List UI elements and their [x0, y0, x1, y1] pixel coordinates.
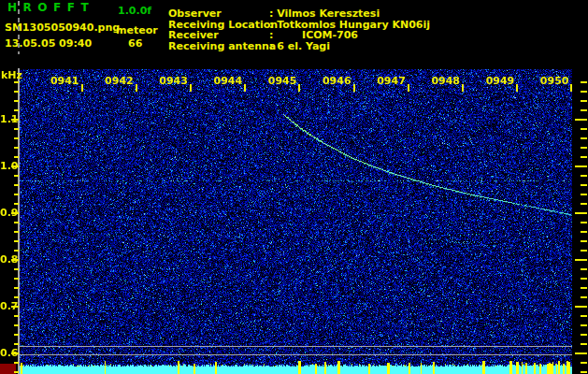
axis-tick	[11, 212, 19, 214]
axis-tick	[14, 334, 19, 336]
axis-tick	[581, 287, 587, 289]
axis-tick	[581, 184, 587, 186]
axis-tick	[581, 250, 587, 252]
time-label: 0950	[538, 76, 568, 86]
axis-tick	[14, 287, 19, 289]
time-label: 0948	[430, 76, 460, 86]
axis-tick	[581, 91, 587, 93]
freq-axis-unit: kHz	[1, 70, 22, 80]
time-label: 0944	[212, 76, 242, 86]
axis-tick	[11, 306, 19, 308]
axis-tick	[575, 119, 587, 121]
axis-tick	[14, 362, 19, 364]
axis-tick	[14, 100, 19, 102]
axis-tick	[14, 91, 19, 93]
axis-tick	[14, 137, 19, 139]
axis-tick	[581, 231, 587, 233]
app-title: HROFFT	[7, 3, 94, 13]
axis-tick	[575, 259, 587, 261]
time-label: 0942	[104, 76, 134, 86]
axis-tick	[581, 147, 587, 149]
axis-tick	[14, 296, 19, 298]
axis-tick	[11, 352, 19, 354]
axis-tick	[581, 100, 587, 102]
axis-tick	[581, 315, 587, 317]
time-label: 0943	[158, 76, 188, 86]
axis-tick	[14, 184, 19, 186]
axis-tick	[14, 343, 19, 345]
axis-tick	[581, 268, 587, 270]
axis-tick	[14, 278, 19, 280]
station-row: Receiving Location: Totkomlos Hungary KN…	[168, 19, 430, 30]
axis-tick	[14, 194, 19, 195]
axis-tick	[581, 343, 587, 345]
axis-tick	[581, 203, 587, 205]
axis-tick	[81, 84, 83, 92]
time-label: 0949	[484, 76, 514, 86]
axis-tick	[581, 362, 587, 364]
axis-tick	[14, 250, 19, 252]
axis-tick	[14, 203, 19, 205]
axis-tick	[581, 109, 587, 111]
axis-tick	[11, 259, 19, 261]
time-label: 0945	[266, 76, 296, 86]
axis-tick	[575, 352, 587, 354]
axis-tick	[136, 84, 137, 92]
axis-tick	[575, 165, 587, 167]
axis-tick	[516, 84, 518, 92]
axis-tick	[14, 222, 19, 223]
axis-tick	[14, 147, 19, 149]
axis-tick	[14, 371, 19, 373]
axis-tick	[11, 165, 19, 167]
meteor-count: 66	[128, 38, 142, 49]
axis-tick	[353, 84, 355, 92]
axis-tick	[581, 222, 587, 223]
station-info: Observer: Vilmos KeresztesiReceiving Loc…	[168, 7, 430, 50]
axis-tick	[581, 128, 587, 130]
axis-tick	[581, 334, 587, 336]
mode-label: meteor	[116, 25, 158, 36]
app-version: 1.0.0f	[118, 6, 151, 16]
axis-tick	[575, 306, 587, 308]
axis-tick	[190, 84, 192, 92]
output-filename: SM1305050940.png	[5, 22, 120, 33]
axis-tick	[244, 84, 246, 92]
axis-tick	[581, 240, 587, 242]
axis-tick	[14, 240, 19, 242]
axis-tick	[14, 268, 19, 270]
axis-tick	[581, 278, 587, 280]
station-row: Receiver: ICOM-706	[168, 29, 430, 40]
axis-tick	[581, 194, 587, 195]
axis-tick	[581, 175, 587, 177]
station-row-value: : 6 el. Yagi	[269, 40, 330, 52]
axis-tick	[581, 371, 587, 373]
station-row: Observer: Vilmos Keresztesi	[168, 7, 430, 19]
axis-tick	[14, 175, 19, 177]
axis-tick	[14, 128, 19, 130]
axis-tick	[14, 231, 19, 233]
axis-tick	[581, 156, 587, 158]
axis-tick	[14, 315, 19, 317]
axis-tick	[570, 84, 572, 92]
axis-tick	[14, 109, 19, 111]
header-divider-line	[18, 1, 20, 54]
time-label: 0947	[376, 76, 406, 86]
axis-tick	[408, 84, 409, 92]
axis-tick	[14, 81, 19, 83]
axis-tick	[11, 119, 19, 121]
axis-tick	[581, 324, 587, 326]
axis-tick	[575, 212, 587, 214]
time-label: 0946	[322, 76, 351, 86]
station-row-label: Receiving antenna	[168, 40, 269, 52]
axis-tick	[462, 84, 464, 92]
hrofft-screenshot: HROFFT 1.0.0f SM1305050940.png meteor 13…	[0, 0, 588, 374]
axis-tick	[14, 324, 19, 326]
station-row: Receiving antenna: 6 el. Yagi	[168, 40, 430, 51]
time-label: 0941	[50, 76, 79, 86]
axis-tick	[581, 296, 587, 298]
spectrogram-canvas	[20, 69, 572, 374]
axis-tick	[298, 84, 300, 92]
axis-tick	[581, 81, 587, 83]
axis-tick	[581, 137, 587, 139]
axis-tick	[14, 156, 19, 158]
